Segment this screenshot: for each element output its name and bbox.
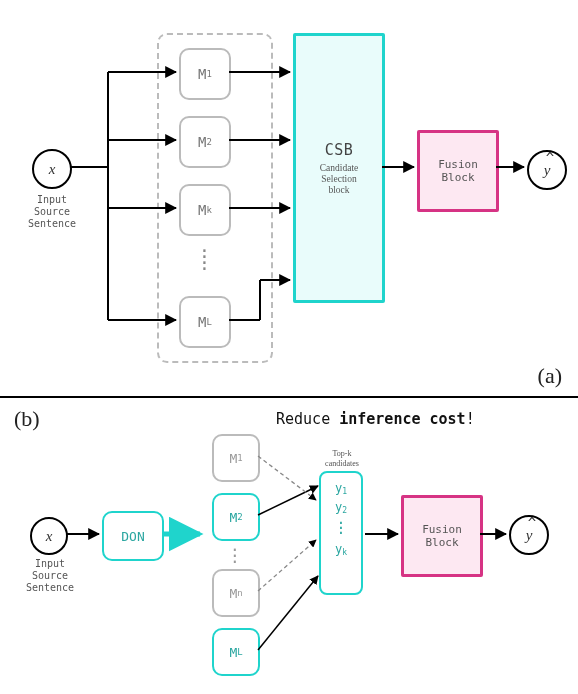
a-input-node: x	[32, 149, 72, 189]
a-models-ellipsis: ····	[199, 248, 207, 272]
a-input-x: x	[49, 161, 56, 178]
svg-line-21	[258, 540, 316, 591]
b-model-m2: M2	[212, 493, 260, 541]
b-don-block: DON	[102, 511, 164, 561]
a-csb-subtitle: Candidate Selection block	[320, 163, 359, 196]
a-model-m2: M2	[179, 116, 231, 168]
b-input-label: Input Source Sentence	[17, 558, 83, 594]
b-input-x: x	[46, 528, 53, 545]
a-m1-letter: M	[198, 66, 206, 82]
b-model-ml: ML	[212, 628, 260, 676]
a-output-y: y	[544, 162, 551, 179]
b-mn-letter: M	[229, 586, 237, 601]
b-tagline-bold: inference cost	[339, 410, 465, 428]
b-m1-sub: 1	[237, 453, 242, 463]
b-candidates-box: y1 y2 ··· yk	[319, 471, 363, 595]
b-y2: y2	[335, 500, 347, 515]
a-model-ml: ML	[179, 296, 231, 348]
b-output-y: y	[526, 527, 533, 544]
b-m1-letter: M	[229, 451, 237, 466]
b-m2-sub: 2	[237, 512, 242, 522]
a-csb-block: CSB Candidate Selection block	[293, 33, 385, 303]
a-csb-title: CSB	[325, 141, 354, 159]
b-input-node: x	[30, 517, 68, 555]
b-yk: yk	[335, 542, 347, 557]
b-y1: y1	[335, 481, 347, 496]
a-ml-letter: M	[198, 314, 206, 330]
svg-line-20	[258, 456, 316, 500]
connector-layer	[0, 0, 578, 694]
a-m2-letter: M	[198, 134, 206, 150]
panel-divider	[0, 396, 578, 398]
b-model-m1: M1	[212, 434, 260, 482]
b-candidates-ellipsis: ···	[337, 521, 345, 536]
b-tagline-prefix: Reduce	[276, 410, 339, 428]
b-ml-sub: L	[237, 647, 242, 657]
a-mk-sub: k	[207, 205, 212, 215]
a-fusion-block: Fusion Block	[417, 130, 499, 212]
b-panel-label: (b)	[14, 406, 40, 432]
a-m2-sub: 2	[207, 137, 212, 147]
b-m2-letter: M	[229, 510, 237, 525]
b-tagline-suffix: !	[466, 410, 475, 428]
b-mn-sub: n	[237, 588, 242, 598]
b-fusion-block: Fusion Block	[401, 495, 483, 577]
b-candidates-label: Top-k candidates	[314, 449, 370, 469]
a-input-label: Input Source Sentence	[19, 194, 85, 230]
a-m1-sub: 1	[207, 69, 212, 79]
b-tagline: Reduce inference cost!	[276, 410, 475, 428]
b-output-node: y	[509, 515, 549, 555]
a-mk-letter: M	[198, 202, 206, 218]
a-ml-sub: L	[207, 317, 212, 327]
b-ml-letter: M	[229, 645, 237, 660]
b-model-mn: Mn	[212, 569, 260, 617]
svg-line-19	[258, 576, 318, 650]
svg-line-18	[258, 486, 318, 515]
a-panel-label: (a)	[538, 363, 562, 389]
b-models-ellipsis: ···	[230, 547, 238, 565]
a-model-mk: Mk	[179, 184, 231, 236]
a-output-node: y	[527, 150, 567, 190]
a-model-m1: M1	[179, 48, 231, 100]
